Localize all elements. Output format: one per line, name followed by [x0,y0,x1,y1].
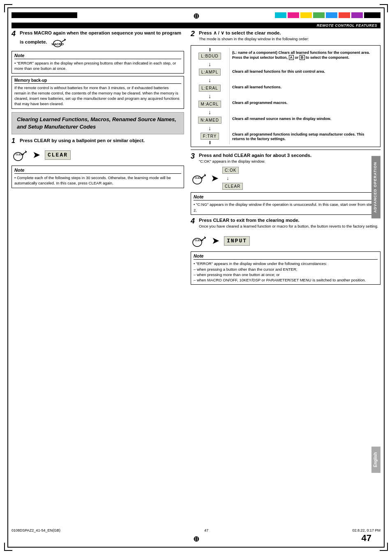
clearing-title: Clearing Learned Functions, Macros, Rena… [17,116,179,131]
english-tab: English [371,447,380,473]
corner-tl [4,4,12,12]
page-number: 47 [362,533,371,543]
note3-title: Note [194,194,378,200]
divider-1 [191,150,380,150]
lcd-1: L:BDUD [198,53,221,60]
remote-icon-step1: CLEAR [12,147,28,162]
lcd-3: L:ERAL [199,85,220,92]
color-block-purple [351,12,363,18]
right-step4-header: 4 Press CLEAR to exit from the clearing … [191,217,380,230]
display-selection-box: L:BDUD ↓ L:AMPL ↓ L:ERAL ↓ M:ACRL ↓ N:AM… [191,45,380,147]
note3-text: • "C:NG" appears in the display window i… [194,202,378,213]
step1-section: 1 Press CLEAR by using a ballpoint pen o… [12,138,184,162]
step3-number: 3 [191,152,197,160]
step2-header: 2 Press ∧ / ∨ to select the clear mode. … [191,30,380,43]
memory-box: Memory back-up If the remote control is … [12,76,184,109]
step3-lcd2: CLEAR [222,183,243,190]
step3-desc: "C:OK" appears in the display window. [199,159,311,164]
note2-text: • Complete each of the following steps i… [14,175,181,186]
macro-icon: MACRO [52,36,67,48]
color-block-red [339,12,350,18]
color-block-green [313,12,325,18]
note4-item-3: – when MACRO ON/OFF, 10KEY/DSP or PARAME… [194,277,378,283]
main-content: REMOTE CONTROL FEATURES 4 Press MACRO ag… [12,23,380,532]
note3-box: Note • "C:NG" appears in the display win… [191,192,380,215]
step3-header: 3 Press and hold CLEAR again for about 3… [191,152,380,165]
corner-bl [4,543,12,551]
note4-item-1: – when pressing a button other than the … [194,267,378,272]
step2-desc: The mode is shown in the display window … [199,36,309,41]
corner-br [380,543,388,551]
display-left-col: L:BDUD ↓ L:AMPL ↓ L:ERAL ↓ M:ACRL ↓ N:AM… [193,48,230,144]
label-5: Clears all renamed source names in the d… [232,117,378,122]
step4-icon-row: CLEAR ➤ INPUT [191,233,380,248]
memory-title: Memory back-up [14,78,181,84]
step3-displays: C:OK ↓ CLEAR [222,167,243,190]
color-block-magenta [288,12,299,18]
svg-text:MACRO: MACRO [52,42,64,46]
step3-arrow: ➤ [211,173,218,183]
lcd-2: L:AMPL [199,69,221,76]
crosshair-top: ⊕ [193,12,199,21]
vert-line-1 [210,48,210,51]
footer-right: 02.8.22, 0:17 PM [352,528,380,532]
memory-text: If the remote control is without batteri… [14,85,181,107]
step3-down-arrow: ↓ [226,175,229,181]
step4-title: Press MACRO again when the operation seq… [20,30,181,44]
page-border-right [384,7,385,548]
label-3: Clears all learned functions. [232,85,378,90]
note4-title: Note [194,253,378,260]
footer-center-page: 47 [204,528,208,532]
step1-icon-row: CLEAR ➤ CLEAR [12,147,184,162]
note4-box: Note • "ERROR" appears in the display wi… [191,251,380,285]
vert-line-2 [210,141,210,144]
right-step4-title: Press CLEAR to exit from the clearing mo… [199,218,300,223]
section-title-text: REMOTE CONTROL FEATURES [317,23,377,28]
color-block-black2 [364,12,380,18]
step4-number: 4 [12,30,18,37]
page-border-top [7,7,385,8]
note1-text: • "ERROR" appears in the display when pr… [14,60,181,71]
step4-lcd: INPUT [224,236,250,246]
page-border-left [7,7,8,548]
display-box-content: L:BDUD ↓ L:AMPL ↓ L:ERAL ↓ M:ACRL ↓ N:AM… [191,46,380,147]
english-label: English [373,452,378,467]
advanced-operation-tab: ADVANCED OPERATION [371,156,380,219]
footer-left: 0108DSPAZ2_41-54_EN(GB) [12,528,60,532]
remote-icon-step3: CLEAR [191,171,207,186]
step1-arrow: ➤ [33,150,40,160]
advanced-operation-label: ADVANCED OPERATION [373,162,377,213]
label-1: (L: name of a component) Clears all lear… [232,51,378,60]
remote-icon-step4: CLEAR [191,233,207,248]
step1-number: 1 [12,138,18,144]
col-left: 4 Press MACRO again when the operation s… [12,30,184,526]
color-block-cyan [275,12,286,18]
clearing-title-box: Clearing Learned Functions, Macros, Rena… [12,112,184,134]
step1-header: 1 Press CLEAR by using a ballpoint pen o… [12,138,184,144]
header-color-blocks [275,12,380,18]
header-black-left [12,12,77,18]
lcd-6: F:TRY [201,133,219,140]
step1-lcd: CLEAR [45,150,71,160]
step3-title: Press and hold CLEAR again for about 3 s… [199,153,311,158]
note2-box: Note • Complete each of the following st… [12,166,184,188]
svg-text:CLEAR: CLEAR [16,153,24,156]
display-right-col: (L: name of a component) Clears all lear… [232,48,378,144]
note1-title: Note [14,53,181,59]
page-border-bottom [7,547,385,548]
note2-title: Note [14,168,181,174]
left-step4-header: 4 Press MACRO again when the operation s… [12,30,184,48]
lcd-5: N:AMED [198,117,221,124]
lcd-4: M:ACRL [198,101,221,108]
color-block-blue [326,12,337,18]
color-block-yellow [300,12,312,18]
section-header: REMOTE CONTROL FEATURES [12,23,380,28]
step3-lcd1: C:OK [222,167,239,174]
corner-tr [380,4,388,12]
svg-text:CLEAR: CLEAR [195,239,203,242]
right-step4-desc: Once you have cleared a learned function… [199,223,378,229]
note4-item-0: • "ERROR" appears in the display window … [194,261,378,266]
right-step4-number: 4 [191,217,197,225]
note1-box: Note • "ERROR" appears in the display wh… [12,51,184,74]
col-right: 2 Press ∧ / ∨ to select the clear mode. … [191,30,380,526]
